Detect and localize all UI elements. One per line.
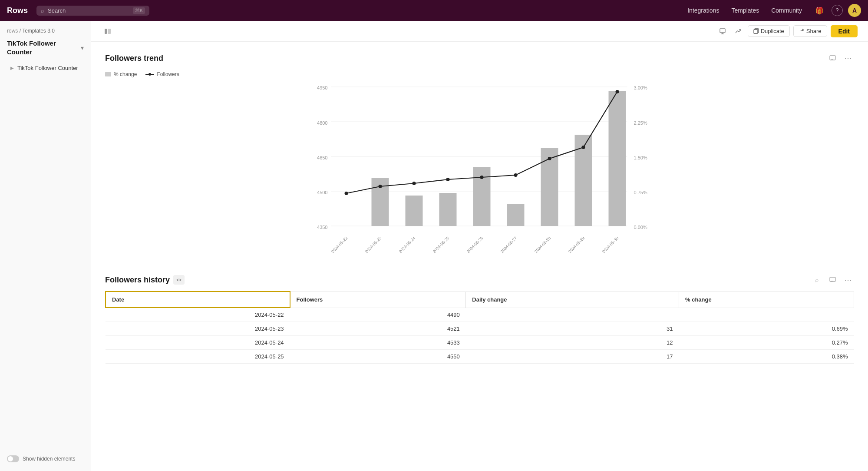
chart-comment-icon[interactable]	[826, 52, 838, 64]
community-link[interactable]: Community	[766, 4, 807, 17]
cell-daily-2: 12	[466, 336, 679, 350]
table-row: 2024-05-23 4521 31 0.69%	[106, 322, 854, 336]
gift-icon-button[interactable]: 🎁	[812, 3, 826, 17]
dot-7	[582, 146, 585, 149]
col-followers: Followers	[290, 292, 466, 308]
svg-text:2024-05-25: 2024-05-25	[432, 236, 450, 254]
cell-followers-1: 4521	[290, 322, 466, 336]
dot-0	[345, 192, 348, 195]
help-icon-button[interactable]: ?	[832, 5, 843, 16]
cell-followers-2: 4533	[290, 336, 466, 350]
toolbar-left	[102, 25, 114, 37]
table-row: 2024-05-22 4490	[106, 308, 854, 322]
sidebar-title-section: TikTok Follower Counter ▾	[0, 37, 91, 61]
svg-text:2024-05-30: 2024-05-30	[601, 236, 619, 254]
cell-date-2: 2024-05-24	[106, 336, 290, 350]
legend-followers: Followers	[145, 71, 179, 77]
legend-pct-label: % change	[114, 71, 137, 77]
top-navigation: Rows ⌕ Search ⌘K Integrations Templates …	[0, 0, 868, 21]
svg-text:2024-05-23: 2024-05-23	[364, 236, 382, 254]
search-bar[interactable]: ⌕ Search ⌘K	[36, 6, 149, 16]
dot-1	[379, 185, 382, 188]
svg-text:2024-05-26: 2024-05-26	[465, 236, 484, 254]
dot-2	[413, 182, 416, 185]
chart-section: Followers trend ⋯ % change	[91, 42, 868, 267]
svg-rect-6	[754, 30, 758, 33]
sidebar-bottom-area: Show hidden elements	[7, 455, 75, 462]
table-search-icon[interactable]: ⌕	[811, 274, 823, 286]
integrations-link[interactable]: Integrations	[682, 4, 724, 17]
cell-date-1: 2024-05-23	[106, 322, 290, 336]
dot-4	[480, 176, 484, 179]
cell-pct-0	[679, 308, 854, 322]
sidebar-item-tiktok-follower-counter[interactable]: ▶ TikTok Follower Counter	[3, 62, 87, 74]
chart-actions: ⋯	[826, 52, 854, 64]
cell-pct-3: 0.38%	[679, 350, 854, 364]
toolbar-right: Duplicate Share Edit	[716, 25, 858, 37]
trend-icon-button[interactable]	[732, 25, 744, 37]
sidebar-toggle-button[interactable]	[102, 25, 114, 37]
svg-rect-2	[720, 29, 725, 33]
sidebar-item-label: TikTok Follower Counter	[17, 65, 78, 71]
svg-text:4500: 4500	[317, 190, 327, 195]
table-row: 2024-05-25 4550 17 0.38%	[106, 350, 854, 364]
col-pct-change: % change	[679, 292, 854, 308]
cell-daily-3: 17	[466, 350, 679, 364]
cell-pct-1: 0.69%	[679, 322, 854, 336]
cell-date-0: 2024-05-22	[106, 308, 290, 322]
cell-date-3: 2024-05-25	[106, 350, 290, 364]
breadcrumb-home[interactable]: rows	[7, 28, 18, 34]
col-daily-change: Daily change	[466, 292, 679, 308]
bar-2	[406, 196, 423, 226]
user-avatar[interactable]: A	[848, 4, 861, 17]
duplicate-button[interactable]: Duplicate	[748, 25, 790, 37]
cell-followers-0: 4490	[290, 308, 466, 322]
cell-daily-0	[466, 308, 679, 322]
chart-title: Followers trend	[105, 54, 163, 63]
templates-link[interactable]: Templates	[726, 4, 764, 17]
svg-text:0.00%: 0.00%	[634, 225, 647, 230]
legend-followers-label: Followers	[157, 71, 179, 77]
table-more-icon[interactable]: ⋯	[842, 274, 854, 286]
share-button[interactable]: Share	[793, 25, 827, 37]
hidden-elements-toggle[interactable]	[7, 455, 19, 462]
table-row: 2024-05-24 4533 12 0.27%	[106, 336, 854, 350]
table-header: Followers history <> ⌕ ⋯	[105, 274, 854, 286]
nav-links: Integrations Templates Community	[682, 4, 807, 17]
bar-3	[439, 193, 457, 226]
chart-more-icon[interactable]: ⋯	[842, 52, 854, 64]
chart-wrapper: 4950 4800 4650 4500 4350 3.00% 2.25% 1.5…	[105, 83, 854, 256]
col-date: Date	[106, 292, 290, 308]
bar-8	[609, 91, 626, 226]
chart-header: Followers trend ⋯	[105, 52, 854, 64]
data-table: Date Followers Daily change % change 202…	[105, 291, 854, 364]
sidebar: rows / Templates 3.0 TikTok Follower Cou…	[0, 21, 91, 471]
sidebar-chevron-icon[interactable]: ▾	[81, 44, 84, 51]
breadcrumb-section: Templates 3.0	[22, 28, 55, 34]
svg-text:4950: 4950	[317, 85, 327, 90]
edit-button[interactable]: Edit	[831, 25, 858, 37]
svg-rect-0	[105, 29, 107, 34]
breadcrumb: rows / Templates 3.0	[0, 28, 91, 37]
cell-pct-2: 0.27%	[679, 336, 854, 350]
cell-followers-3: 4550	[290, 350, 466, 364]
chart-svg: 4950 4800 4650 4500 4350 3.00% 2.25% 1.5…	[105, 83, 854, 256]
code-icon-button[interactable]: <>	[173, 275, 185, 285]
dot-8	[616, 90, 619, 93]
legend-bar-icon	[105, 72, 111, 76]
sidebar-item-arrow-icon: ▶	[10, 66, 14, 70]
app-logo[interactable]: Rows	[7, 6, 28, 15]
svg-text:2024-05-27: 2024-05-27	[499, 236, 518, 254]
table-section: Followers history <> ⌕ ⋯	[91, 267, 868, 378]
cell-daily-1: 31	[466, 322, 679, 336]
table-header-row: Date Followers Daily change % change	[106, 292, 854, 308]
svg-text:4650: 4650	[317, 155, 327, 160]
svg-text:2024-05-22: 2024-05-22	[330, 236, 348, 254]
toggle-knob	[8, 456, 13, 461]
dot-3	[446, 178, 450, 181]
presentation-icon-button[interactable]	[716, 25, 729, 37]
table-comment-icon[interactable]	[826, 274, 838, 286]
svg-rect-1	[108, 29, 111, 34]
svg-text:4800: 4800	[317, 120, 327, 126]
svg-text:2.25%: 2.25%	[634, 120, 647, 126]
